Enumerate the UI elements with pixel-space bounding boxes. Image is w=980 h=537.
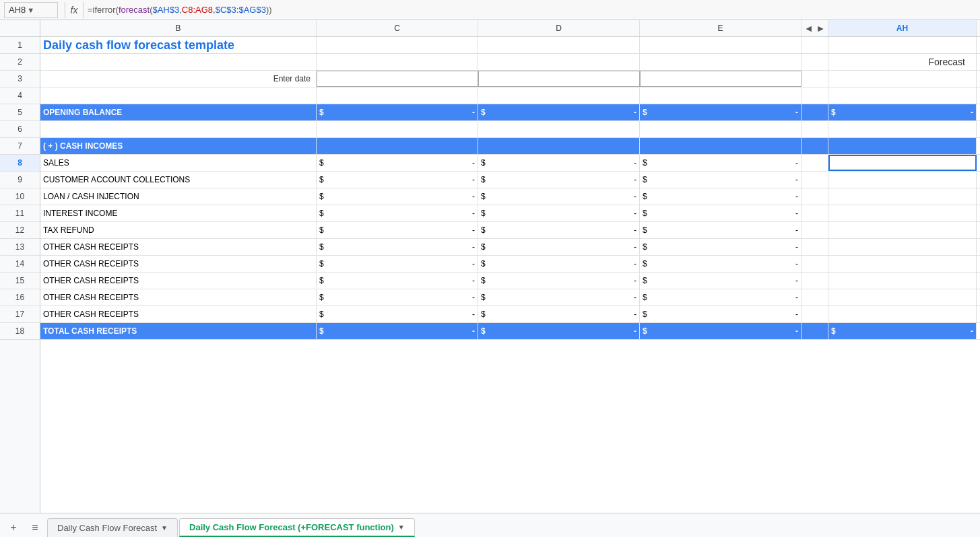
other1-label[interactable]: OTHER CASH RECEIPTS	[40, 239, 317, 255]
corner-cell	[0, 20, 40, 36]
cell-1ah[interactable]	[828, 37, 977, 53]
other5-d[interactable]: $-	[478, 306, 640, 322]
date-input-c[interactable]	[317, 71, 478, 87]
customer-label[interactable]: CUSTOMER ACCOUNT COLLECTIONS	[40, 172, 317, 188]
interest-c[interactable]: $-	[317, 205, 478, 221]
loan-d[interactable]: $-	[478, 188, 640, 205]
cell-2d[interactable]	[478, 54, 640, 70]
row-num-13: 13	[0, 239, 40, 256]
customer-ah[interactable]	[828, 172, 977, 188]
sales-d[interactable]: $-	[478, 155, 640, 171]
cell-4c[interactable]	[317, 87, 478, 104]
cell-9nav	[802, 172, 828, 188]
total-cash-d[interactable]: $-	[478, 323, 640, 339]
sales-ah[interactable]	[828, 155, 977, 171]
tax-c[interactable]: $-	[317, 222, 478, 238]
other2-c[interactable]: $-	[317, 256, 478, 272]
sheet-tab-forecast-fn[interactable]: Daily Cash Flow Forecast (+FORECAST func…	[179, 518, 415, 537]
other5-ah[interactable]	[828, 306, 977, 322]
opening-balance-d[interactable]: $-	[478, 104, 640, 120]
opening-balance-ah[interactable]: $-	[828, 104, 977, 120]
other1-ah[interactable]	[828, 239, 977, 255]
interest-d[interactable]: $-	[478, 205, 640, 221]
customer-c[interactable]: $-	[317, 172, 478, 188]
cell-7ah	[828, 138, 977, 154]
other5-c[interactable]: $-	[317, 306, 478, 322]
cell-1e[interactable]	[640, 37, 802, 53]
row-13: OTHER CASH RECEIPTS $- $- $-	[40, 239, 980, 256]
cell-2c[interactable]	[317, 54, 478, 70]
cell-ref-dropdown[interactable]: ▼	[27, 6, 34, 14]
sales-c[interactable]: $-	[317, 155, 478, 171]
rows-area: 1 2 3 4 5 6 7 8 9 10 11 12 13 14 15 16 1…	[0, 37, 980, 513]
opening-balance-c[interactable]: $-	[317, 104, 478, 120]
interest-e[interactable]: $-	[640, 205, 802, 221]
cell-4b[interactable]	[40, 87, 317, 104]
formula-input[interactable]: =iferror(forecast($AH$3,C8:AG8,$C$3:$AG$…	[88, 5, 976, 15]
opening-balance-e[interactable]: $-	[640, 104, 802, 120]
other3-c[interactable]: $-	[317, 273, 478, 289]
other1-d[interactable]: $-	[478, 239, 640, 255]
other3-label[interactable]: OTHER CASH RECEIPTS	[40, 273, 317, 289]
date-input-d[interactable]	[478, 71, 640, 87]
sales-label[interactable]: SALES	[40, 155, 317, 171]
fx-button[interactable]: fx	[65, 2, 84, 18]
loan-label[interactable]: LOAN / CASH INJECTION	[40, 188, 317, 205]
other2-label[interactable]: OTHER CASH RECEIPTS	[40, 256, 317, 272]
other4-d[interactable]: $-	[478, 289, 640, 306]
total-cash-c[interactable]: $-	[317, 323, 478, 339]
cell-6c[interactable]	[317, 121, 478, 137]
date-input-ah[interactable]	[828, 71, 977, 87]
date-input-e[interactable]	[640, 71, 802, 87]
cell-6d[interactable]	[478, 121, 640, 137]
sales-e[interactable]: $-	[640, 155, 802, 171]
other2-ah[interactable]	[828, 256, 977, 272]
customer-d[interactable]: $-	[478, 172, 640, 188]
cell-reference-box[interactable]: AH8 ▼	[4, 2, 58, 18]
tax-label[interactable]: TAX REFUND	[40, 222, 317, 238]
opening-balance-label: OPENING BALANCE	[40, 104, 317, 120]
other3-d[interactable]: $-	[478, 273, 640, 289]
interest-ah[interactable]	[828, 205, 977, 221]
loan-ah[interactable]	[828, 188, 977, 205]
customer-e[interactable]: $-	[640, 172, 802, 188]
other5-label[interactable]: OTHER CASH RECEIPTS	[40, 306, 317, 322]
loan-c[interactable]: $-	[317, 188, 478, 205]
cell-6ah[interactable]	[828, 121, 977, 137]
loan-e[interactable]: $-	[640, 188, 802, 205]
other4-ah[interactable]	[828, 289, 977, 306]
cell-6e[interactable]	[640, 121, 802, 137]
cell-14nav	[802, 256, 828, 272]
other2-d[interactable]: $-	[478, 256, 640, 272]
interest-label[interactable]: INTEREST INCOME	[40, 205, 317, 221]
col-nav[interactable]: ◄ ►	[802, 20, 828, 36]
other3-e[interactable]: $-	[640, 273, 802, 289]
sheet-tab-daily[interactable]: Daily Cash Flow Forecast ▼	[47, 518, 178, 537]
other2-e[interactable]: $-	[640, 256, 802, 272]
other3-ah[interactable]	[828, 273, 977, 289]
col-header-c: C	[317, 20, 478, 36]
cell-4e[interactable]	[640, 87, 802, 104]
cell-4ah[interactable]	[828, 87, 977, 104]
total-cash-e[interactable]: $-	[640, 323, 802, 339]
cell-1c[interactable]	[317, 37, 478, 53]
other4-c[interactable]: $-	[317, 289, 478, 306]
tax-d[interactable]: $-	[478, 222, 640, 238]
cell-2e[interactable]	[640, 54, 802, 70]
cell-2b[interactable]	[40, 54, 317, 70]
other1-e[interactable]: $-	[640, 239, 802, 255]
other4-label[interactable]: OTHER CASH RECEIPTS	[40, 289, 317, 306]
cell-1d[interactable]	[478, 37, 640, 53]
cell-6b[interactable]	[40, 121, 317, 137]
cell-4d[interactable]	[478, 87, 640, 104]
sheet-tab-forecast-fn-arrow: ▼	[398, 524, 405, 531]
tax-e[interactable]: $-	[640, 222, 802, 238]
other1-c[interactable]: $-	[317, 239, 478, 255]
other5-e[interactable]: $-	[640, 306, 802, 322]
tax-ah[interactable]	[828, 222, 977, 238]
sheets-menu-button[interactable]: ≡	[26, 518, 44, 537]
total-cash-ah[interactable]: $-	[828, 323, 977, 339]
other4-e[interactable]: $-	[640, 289, 802, 306]
cell-6nav	[802, 121, 828, 137]
add-sheet-button[interactable]: +	[4, 518, 23, 537]
